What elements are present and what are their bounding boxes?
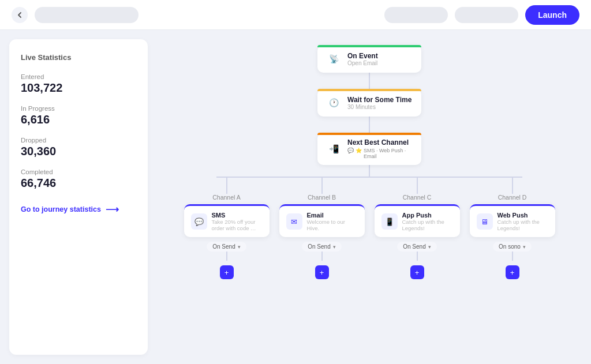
- go-journey-label: Go to journey statistics: [21, 205, 101, 213]
- stat-completed-label: Completed: [21, 168, 136, 175]
- add-btn-a[interactable]: +: [220, 265, 234, 279]
- stat-inprogress: In Progress 6,616: [21, 105, 136, 126]
- channel-card-b[interactable]: ✉ Email Welcome to our Hive.: [279, 204, 365, 237]
- on-event-title: On Event: [347, 52, 378, 60]
- channel-a-text: SMS Take 20% off your order with code …: [212, 212, 263, 231]
- nbc-sms-icon: 💬: [347, 148, 354, 159]
- on-event-sub: Open Email: [347, 60, 378, 66]
- branch-v-b: [321, 178, 323, 194]
- on-send-c[interactable]: On Send ▾: [397, 242, 436, 252]
- app-push-icon: 📱: [381, 213, 398, 230]
- branch-v-d: [512, 178, 513, 194]
- arrow-right-icon: ⟶: [106, 204, 119, 215]
- sms-icon: 💬: [191, 213, 207, 230]
- add-btn-d[interactable]: +: [506, 265, 519, 279]
- channel-c-text: App Push Catch up with the Legends!: [402, 212, 453, 231]
- launch-button[interactable]: Launch: [525, 5, 579, 25]
- add-btn-b[interactable]: +: [315, 265, 329, 279]
- branch-columns: Channel A 💬 SMS Take 20% off your order …: [179, 178, 560, 279]
- branch-v-c: [417, 178, 418, 194]
- on-event-text: On Event Open Email: [347, 52, 378, 66]
- branch-col-b: Channel B ✉ Email Welcome to our Hive. O…: [279, 178, 365, 279]
- web-push-icon: 🖥: [477, 213, 493, 230]
- topbar: Launch: [0, 0, 591, 30]
- on-send-d[interactable]: On sono ▾: [493, 242, 532, 252]
- channel-a-sub: Take 20% off your order with code …: [212, 219, 263, 231]
- stat-entered-label: Entered: [21, 73, 136, 80]
- connector-2: [369, 117, 370, 133]
- stat-dropped-value: 30,360: [21, 145, 136, 158]
- channel-c-title: App Push: [402, 212, 453, 219]
- main-layout: Live Statistics Entered 103,722 In Progr…: [0, 30, 591, 364]
- on-send-a-label: On Send: [212, 243, 235, 250]
- topbar-title-pill: [35, 7, 139, 23]
- branch-col-a: Channel A 💬 SMS Take 20% off your order …: [184, 178, 270, 279]
- flow-canvas: 📡 On Event Open Email 🕐 Wait for Some Ti…: [148, 30, 591, 364]
- flow-diagram: 📡 On Event Open Email 🕐 Wait for Some Ti…: [157, 39, 582, 279]
- nbc-icon: 📲: [326, 141, 342, 157]
- topbar-action-pill-2: [455, 7, 518, 23]
- stat-dropped-label: Dropped: [21, 137, 136, 144]
- channel-a-label: Channel A: [212, 194, 240, 201]
- sidebar-title: Live Statistics: [21, 53, 136, 62]
- stat-dropped: Dropped 30,360: [21, 137, 136, 158]
- chevron-down-icon-d: ▾: [523, 244, 526, 250]
- branch-col-c: Channel C 📱 App Push Catch up with the L…: [374, 178, 461, 279]
- on-send-d-label: On sono: [499, 243, 521, 250]
- stat-entered-value: 103,722: [21, 81, 136, 95]
- branch-v-a: [226, 178, 227, 194]
- on-send-b[interactable]: On Send ▾: [302, 242, 341, 252]
- wait-icon: 🕐: [326, 95, 342, 111]
- chevron-down-icon-c: ▾: [428, 244, 431, 250]
- channel-a-title: SMS: [212, 212, 263, 219]
- channel-b-text: Email Welcome to our Hive.: [307, 212, 358, 231]
- nbc-title: Next Best Channel: [347, 138, 413, 147]
- stat-inprogress-value: 6,616: [21, 113, 136, 126]
- chevron-down-icon-a: ▾: [238, 244, 241, 250]
- channel-c-label: Channel C: [403, 194, 432, 201]
- add-btn-c[interactable]: +: [410, 265, 424, 279]
- back-button[interactable]: [12, 7, 28, 23]
- node-on-event[interactable]: 📡 On Event Open Email: [317, 45, 421, 73]
- wait-title: Wait for Some Time: [347, 96, 412, 104]
- channel-d-sub: Catch up with the Legends!: [498, 219, 548, 231]
- email-icon: ✉: [286, 213, 302, 230]
- on-send-c-label: On Send: [403, 243, 425, 250]
- connector-1: [369, 73, 370, 89]
- channel-b-sub: Welcome to our Hive.: [307, 219, 358, 231]
- stat-completed: Completed 66,746: [21, 168, 136, 190]
- channel-card-c[interactable]: 📱 App Push Catch up with the Legends!: [375, 204, 460, 237]
- branch-h-line: [216, 177, 522, 178]
- node-wait[interactable]: 🕐 Wait for Some Time 30 Minutes: [317, 89, 421, 117]
- branch-area: Channel A 💬 SMS Take 20% off your order …: [179, 165, 560, 279]
- on-send-a[interactable]: On Send ▾: [207, 242, 246, 252]
- channel-card-a[interactable]: 💬 SMS Take 20% off your order with code …: [184, 204, 270, 237]
- nbc-sub-label: SMS · Web Push · Email: [364, 148, 413, 159]
- below-send-a: [226, 252, 227, 261]
- below-send-d: [512, 252, 513, 261]
- below-send-b: [321, 252, 323, 261]
- on-send-b-label: On Send: [308, 243, 330, 250]
- nbc-star-icon: ⭐: [356, 148, 362, 159]
- wait-sub: 30 Minutes: [347, 104, 412, 110]
- channel-b-title: Email: [307, 212, 358, 219]
- channel-card-d[interactable]: 🖥 Web Push Catch up with the Legends!: [470, 204, 555, 237]
- stat-completed-value: 66,746: [21, 177, 136, 190]
- stat-entered: Entered 103,722: [21, 73, 136, 95]
- channel-d-label: Channel D: [498, 194, 527, 201]
- stat-inprogress-label: In Progress: [21, 105, 136, 112]
- on-event-icon: 📡: [326, 51, 342, 67]
- channel-d-text: Web Push Catch up with the Legends!: [498, 212, 548, 231]
- nbc-text: Next Best Channel 💬 ⭐ SMS · Web Push · E…: [347, 138, 413, 159]
- nbc-to-branch-line: [369, 165, 370, 177]
- wait-text: Wait for Some Time 30 Minutes: [347, 96, 412, 110]
- channel-b-label: Channel B: [308, 194, 336, 201]
- node-nbc[interactable]: 📲 Next Best Channel 💬 ⭐ SMS · Web Push ·…: [317, 133, 421, 165]
- channel-d-title: Web Push: [498, 212, 548, 219]
- branch-col-d: Channel D 🖥 Web Push Catch up with the L…: [469, 178, 556, 279]
- go-journey-link[interactable]: Go to journey statistics ⟶: [21, 204, 136, 215]
- chevron-down-icon-b: ▾: [333, 244, 336, 250]
- nbc-channel-icons: 💬 ⭐ SMS · Web Push · Email: [347, 148, 413, 159]
- topbar-action-pill-1: [384, 7, 448, 23]
- sidebar: Live Statistics Entered 103,722 In Progr…: [9, 39, 148, 355]
